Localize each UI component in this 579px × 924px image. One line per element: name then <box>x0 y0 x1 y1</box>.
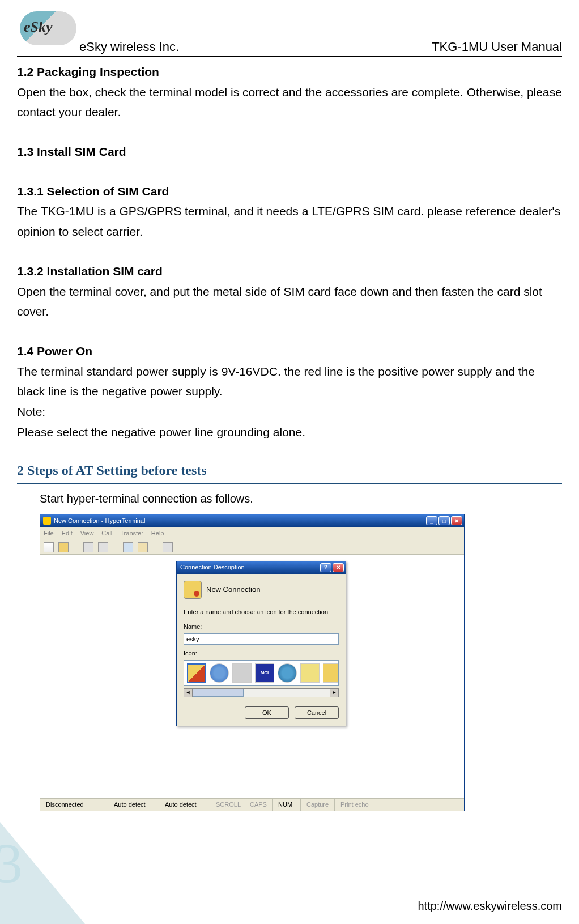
hyperterminal-window: New Connection - HyperTerminal _ □ ✕ Fil… <box>40 514 465 811</box>
heading-1-3-2: 1.3.2 Installation SIM card <box>17 261 562 282</box>
hyperterminal-toolbar <box>40 540 464 555</box>
connection-description-dialog: Connection Description ? ✕ New Connectio… <box>176 561 346 726</box>
hyperterminal-workspace: Connection Description ? ✕ New Connectio… <box>40 555 464 798</box>
status-autodetect-1: Auto detect <box>108 799 159 811</box>
menu-help[interactable]: Help <box>151 528 164 539</box>
status-connection: Disconnected <box>40 799 108 811</box>
icon-option-3[interactable] <box>232 663 252 683</box>
toolbar-receive-icon[interactable] <box>138 542 148 552</box>
heading-1-3-1: 1.3.1 Selection of SIM Card <box>17 181 562 202</box>
toolbar-send-icon[interactable] <box>123 542 133 552</box>
company-logo: eSky <box>17 8 79 48</box>
content-body: 1.2 Packaging Inspection Open the box, c… <box>17 57 562 811</box>
scroll-right-button[interactable]: ► <box>330 688 339 697</box>
toolbar-new-icon[interactable] <box>44 542 54 552</box>
hyperterminal-window-title: New Connection - HyperTerminal <box>54 516 145 526</box>
menu-transfer[interactable]: Transfer <box>120 528 143 539</box>
logo-text: eSky <box>24 19 53 36</box>
page-number: 3 <box>0 831 23 896</box>
status-printecho: Print echo <box>335 799 464 811</box>
heading-1-2: 1.2 Packaging Inspection <box>17 62 562 82</box>
toolbar-call-icon[interactable] <box>83 542 93 552</box>
icon-option-1[interactable] <box>187 663 206 683</box>
dialog-title: Connection Description <box>180 562 245 573</box>
document-page: eSky eSky wireless Inc. TKG-1MU User Man… <box>0 0 579 924</box>
chapter-2-intro: Start hyper-terminal connection as follo… <box>17 489 562 508</box>
heading-1-3: 1.3 Install SIM Card <box>17 142 562 162</box>
dialog-close-button[interactable]: ✕ <box>333 563 344 572</box>
new-connection-icon <box>184 581 202 599</box>
footer-url: http://www.eskywireless.com <box>418 900 562 913</box>
scroll-track[interactable] <box>193 688 330 697</box>
minimize-button[interactable]: _ <box>426 516 437 525</box>
ok-button[interactable]: OK <box>245 706 289 719</box>
status-autodetect-2: Auto detect <box>159 799 210 811</box>
toolbar-properties-icon[interactable] <box>163 542 173 552</box>
menu-file[interactable]: File <box>44 528 54 539</box>
hyperterminal-statusbar: Disconnected Auto detect Auto detect SCR… <box>40 798 464 811</box>
dialog-prompt: Enter a name and choose an icon for the … <box>184 607 339 618</box>
para-1-3-1: The TKG-1MU is a GPS/GPRS terminal, and … <box>17 201 562 241</box>
hyperterminal-titlebar[interactable]: New Connection - HyperTerminal _ □ ✕ <box>40 514 464 527</box>
icon-picker[interactable]: MCI <box>184 660 339 686</box>
icon-label: Icon: <box>184 648 339 659</box>
para-1-4-body: The terminal standard power supply is 9V… <box>17 361 562 402</box>
para-1-4-note-label: Note: <box>17 402 562 422</box>
dialog-help-button[interactable]: ? <box>320 563 331 572</box>
menu-call[interactable]: Call <box>101 528 112 539</box>
header-doc-title: TKG-1MU User Manual <box>432 40 562 54</box>
maximize-button[interactable]: □ <box>438 516 450 525</box>
hyperterminal-menubar: File Edit View Call Transfer Help <box>40 527 464 540</box>
header-company: eSky wireless Inc. <box>79 40 179 54</box>
icon-option-7[interactable] <box>323 663 339 683</box>
hyperterminal-app-icon <box>43 517 51 525</box>
icon-option-4[interactable]: MCI <box>255 663 274 683</box>
status-scroll: SCROLL <box>210 799 244 811</box>
icon-scrollbar[interactable]: ◄ ► <box>184 688 339 697</box>
name-label: Name: <box>184 621 339 632</box>
icon-option-5[interactable] <box>278 663 297 683</box>
status-caps: CAPS <box>244 799 273 811</box>
chapter-2-title: 2 Steps of AT Setting before tests <box>17 459 562 484</box>
status-num: NUM <box>273 799 301 811</box>
scroll-thumb[interactable] <box>193 689 244 697</box>
toolbar-open-icon[interactable] <box>58 542 69 552</box>
dialog-titlebar[interactable]: Connection Description ? ✕ <box>177 561 346 574</box>
connection-name-input[interactable] <box>184 633 339 645</box>
toolbar-disconnect-icon[interactable] <box>98 542 108 552</box>
cancel-button[interactable]: Cancel <box>295 706 339 719</box>
scroll-left-button[interactable]: ◄ <box>184 688 193 697</box>
para-1-2: Open the box, check the terminal model i… <box>17 82 562 122</box>
para-1-4-note-body: Please select the negative power line gr… <box>17 422 562 442</box>
page-header: eSky wireless Inc. TKG-1MU User Manual <box>17 40 562 57</box>
status-capture: Capture <box>301 799 335 811</box>
icon-option-6[interactable] <box>300 663 320 683</box>
menu-edit[interactable]: Edit <box>62 528 73 539</box>
icon-option-2[interactable] <box>210 663 229 683</box>
close-button[interactable]: ✕ <box>451 516 462 525</box>
para-1-3-2: Open the terminal cover, and put the met… <box>17 282 562 322</box>
heading-1-4: 1.4 Power On <box>17 341 562 361</box>
menu-view[interactable]: View <box>80 528 94 539</box>
dialog-heading: New Connection <box>206 584 260 596</box>
